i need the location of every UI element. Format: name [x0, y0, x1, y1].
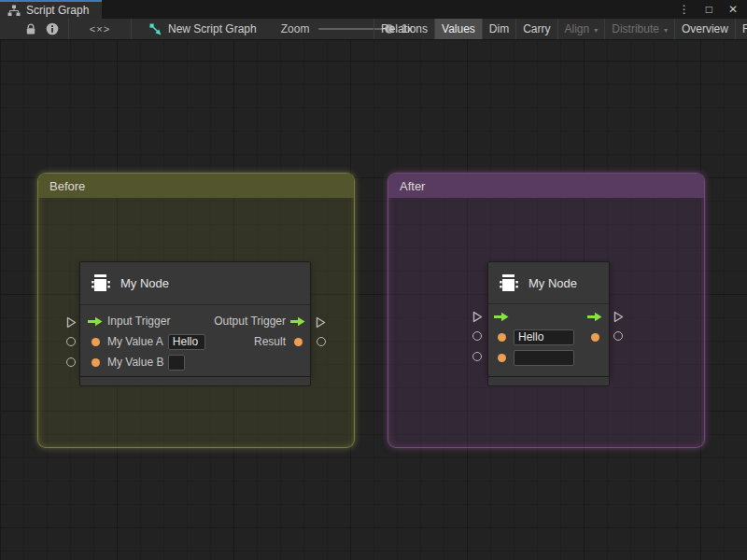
value-b-field[interactable]: [168, 355, 185, 371]
toolbar-buttons: Relations Values Dim Carry Align▾ Distri…: [374, 19, 747, 39]
tab-script-graph[interactable]: Script Graph: [0, 0, 102, 19]
node-title: My Node: [120, 276, 169, 290]
chevron-down-icon: ▾: [664, 26, 668, 35]
group-after-header[interactable]: After: [388, 174, 704, 198]
node-header[interactable]: My Node: [80, 262, 310, 305]
output-trigger-label: Output Trigger: [214, 315, 286, 328]
value-b-port-row: My Value B: [80, 352, 310, 372]
value-b-label: My Value B: [107, 356, 163, 369]
external-control-output-port-icon[interactable]: [315, 315, 326, 332]
value-a-port-row: My Value A Result: [80, 331, 310, 352]
group-after-title: After: [400, 179, 425, 193]
node-footer: [79, 376, 311, 386]
external-control-output-port-icon[interactable]: [613, 310, 624, 327]
maximize-icon[interactable]: □: [706, 4, 712, 15]
unit-icon: [90, 273, 112, 293]
lock-icon[interactable]: [25, 23, 36, 35]
toolbar-separator: [131, 19, 132, 39]
toolbar-separator: [68, 19, 69, 39]
node-title: My Node: [529, 276, 577, 290]
value-input-port-icon[interactable]: [88, 358, 103, 367]
info-icon[interactable]: [46, 22, 59, 35]
control-input-port-icon[interactable]: [88, 316, 103, 327]
code-view-toggle[interactable]: <×>: [78, 23, 121, 35]
external-value-input-port-icon[interactable]: [66, 357, 76, 367]
tab-bar: Script Graph ⋮ □ ✕: [0, 0, 747, 19]
control-output-port-icon[interactable]: [587, 312, 602, 322]
overview-button[interactable]: Overview: [674, 19, 735, 39]
value-output-port-icon[interactable]: [587, 333, 602, 342]
external-value-input-port-icon[interactable]: [66, 337, 76, 346]
external-control-input-port-icon[interactable]: [472, 310, 483, 327]
trigger-port-row: [488, 306, 609, 327]
relations-button[interactable]: Relations: [374, 19, 434, 39]
trigger-port-row: Input Trigger Output Trigger: [80, 311, 310, 331]
unit-icon: [498, 273, 520, 293]
value-a-label: My Value A: [107, 335, 163, 348]
node-my-node-after[interactable]: My Node: [487, 261, 610, 377]
distribute-dropdown[interactable]: Distribute▾: [604, 19, 674, 39]
value-input-port-icon[interactable]: [494, 354, 509, 362]
graph-hierarchy-icon: [7, 5, 21, 17]
dim-button[interactable]: Dim: [482, 19, 515, 39]
result-label: Result: [254, 335, 286, 348]
zoom-label: Zoom: [281, 22, 310, 35]
node-header[interactable]: My Node: [488, 262, 609, 304]
value-output-port-icon[interactable]: [290, 338, 305, 346]
graph-toolbar: <×> New Script Graph Zoom 1x Relations V…: [0, 19, 747, 40]
node-footer: [487, 376, 610, 386]
control-input-port-icon[interactable]: [494, 312, 509, 322]
group-before-header[interactable]: Before: [38, 174, 354, 198]
fullscreen-button[interactable]: Full Screen: [735, 19, 747, 39]
value-b-port-row: [488, 347, 609, 368]
graph-name-label[interactable]: New Script Graph: [168, 22, 257, 35]
node-my-node-before[interactable]: My Node Input Trigger Output Trigger My …: [79, 261, 311, 378]
menu-icon[interactable]: ⋮: [679, 4, 690, 15]
value-input-port-icon[interactable]: [494, 333, 509, 342]
chevron-down-icon: ▾: [594, 26, 598, 35]
control-output-port-icon[interactable]: [290, 316, 305, 327]
values-button[interactable]: Values: [434, 19, 482, 39]
value-input-port-icon[interactable]: [88, 338, 103, 346]
tab-title: Script Graph: [26, 4, 89, 17]
close-icon[interactable]: ✕: [728, 4, 738, 15]
value-a-field[interactable]: [514, 329, 574, 345]
graph-canvas[interactable]: Before After My Node Input Trigger Outpu…: [0, 40, 747, 560]
input-trigger-label: Input Trigger: [107, 315, 170, 328]
external-control-input-port-icon[interactable]: [65, 315, 77, 332]
external-value-output-port-icon[interactable]: [613, 331, 623, 341]
external-value-input-port-icon[interactable]: [472, 331, 482, 341]
value-a-port-row: [488, 327, 609, 347]
carry-button[interactable]: Carry: [515, 19, 557, 39]
external-value-input-port-icon[interactable]: [472, 352, 482, 361]
value-a-field[interactable]: [168, 334, 205, 350]
align-dropdown[interactable]: Align▾: [557, 19, 605, 39]
value-b-field[interactable]: [514, 350, 574, 366]
external-value-output-port-icon[interactable]: [317, 337, 326, 346]
script-graph-asset-icon: [149, 23, 162, 35]
node-body: [488, 304, 609, 376]
group-before-title: Before: [49, 179, 85, 193]
node-body: Input Trigger Output Trigger My Value A …: [80, 305, 310, 377]
window-controls: ⋮ □ ✕: [679, 0, 747, 19]
